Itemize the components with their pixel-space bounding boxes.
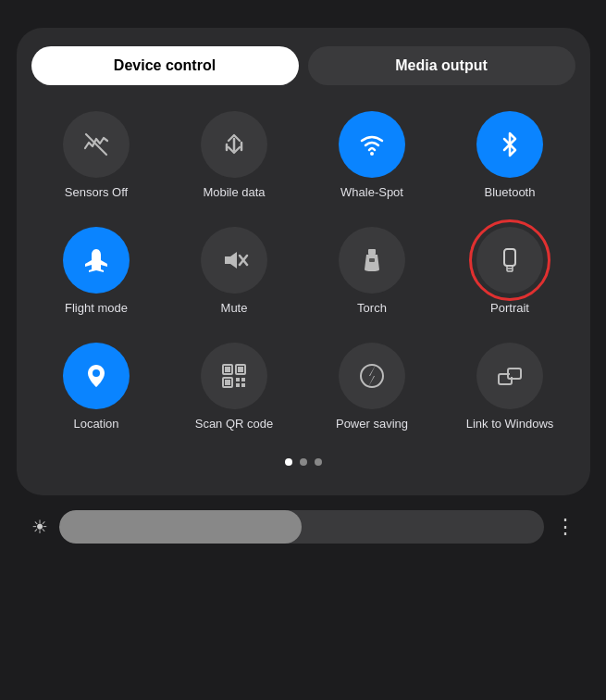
tile-mobile-data[interactable]: Mobile data <box>169 111 300 201</box>
mute-icon <box>201 227 267 294</box>
qr-icon <box>201 343 267 409</box>
location-icon <box>63 343 130 409</box>
bluetooth-label: Bluetooth <box>485 185 536 201</box>
svg-rect-18 <box>241 378 245 381</box>
tile-mute[interactable]: Mute <box>169 227 300 317</box>
svg-marker-2 <box>225 252 237 269</box>
svg-rect-5 <box>368 249 376 255</box>
tiles-grid: Sensors Off Mobile data <box>31 111 575 432</box>
brightness-track[interactable] <box>59 510 544 544</box>
tile-whale-spot[interactable]: Whale-Spot <box>307 111 438 201</box>
tile-power-saving[interactable]: Power saving <box>307 343 438 432</box>
brightness-bar[interactable]: ☀ ⋮ <box>17 510 590 544</box>
dot-2 <box>300 458 307 466</box>
torch-icon <box>339 227 405 294</box>
tile-flight-mode[interactable]: Flight mode <box>31 227 162 317</box>
more-options-icon[interactable]: ⋮ <box>555 515 575 539</box>
tile-sensors-off[interactable]: Sensors Off <box>31 111 162 201</box>
wifi-icon <box>339 111 405 178</box>
torch-label: Torch <box>357 301 387 317</box>
control-panel: Device control Media output Sensors Off <box>17 28 590 495</box>
svg-point-10 <box>93 369 100 377</box>
svg-rect-6 <box>369 258 375 262</box>
brightness-icon: ☀ <box>31 516 48 538</box>
mute-label: Mute <box>221 301 248 317</box>
power-save-icon <box>339 343 405 409</box>
portrait-wrapper <box>476 227 543 294</box>
svg-rect-14 <box>238 367 243 372</box>
tile-bluetooth[interactable]: Bluetooth <box>445 111 575 201</box>
tab-media-output[interactable]: Media output <box>308 46 575 85</box>
bluetooth-icon <box>476 111 543 178</box>
sensors-off-label: Sensors Off <box>65 185 128 201</box>
dot-3 <box>315 458 322 466</box>
mobile-data-label: Mobile data <box>203 185 265 201</box>
dot-1 <box>285 458 292 466</box>
svg-point-1 <box>370 152 374 156</box>
link-windows-icon <box>476 343 543 409</box>
portrait-label: Portrait <box>490 301 529 317</box>
tab-device-control[interactable]: Device control <box>31 46 299 85</box>
sensors-off-icon <box>63 111 130 178</box>
tile-link-windows[interactable]: Link to Windows <box>445 343 575 432</box>
brightness-fill <box>59 510 302 544</box>
link-windows-label: Link to Windows <box>466 417 554 432</box>
flight-icon <box>63 227 130 294</box>
svg-rect-12 <box>225 367 230 372</box>
svg-rect-20 <box>241 383 245 387</box>
top-tabs: Device control Media output <box>31 46 575 85</box>
mobile-data-icon <box>201 111 267 178</box>
page-dots <box>31 458 575 466</box>
svg-rect-16 <box>225 380 230 385</box>
location-label: Location <box>73 417 118 432</box>
tile-scan-qr[interactable]: Scan QR code <box>169 343 300 432</box>
scan-qr-label: Scan QR code <box>195 417 274 432</box>
flight-mode-label: Flight mode <box>65 301 128 317</box>
tile-torch[interactable]: Torch <box>307 227 438 317</box>
portrait-icon <box>476 227 543 294</box>
svg-point-21 <box>361 365 383 387</box>
power-saving-label: Power saving <box>336 417 408 432</box>
svg-rect-17 <box>236 378 240 381</box>
svg-rect-7 <box>504 249 515 266</box>
tile-location[interactable]: Location <box>31 343 162 432</box>
whale-spot-label: Whale-Spot <box>340 185 403 201</box>
svg-rect-25 <box>510 370 519 377</box>
tile-portrait[interactable]: Portrait <box>445 227 575 317</box>
svg-rect-19 <box>236 383 240 387</box>
